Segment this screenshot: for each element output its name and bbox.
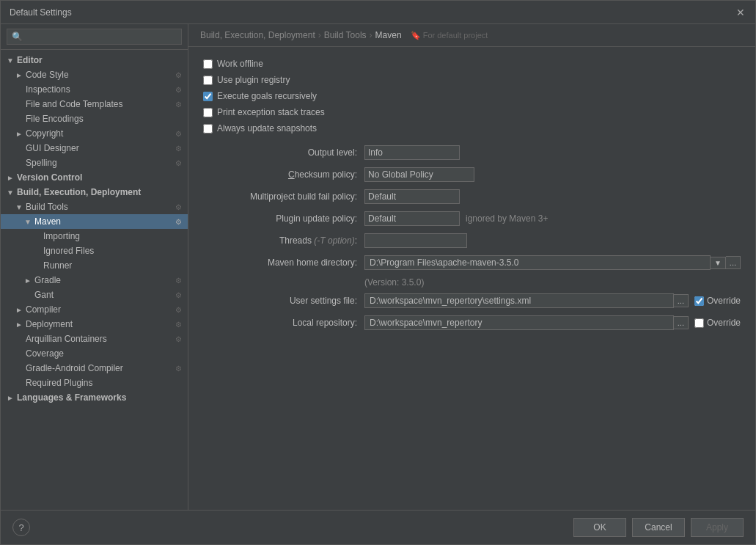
checkbox-input-work-offline[interactable] <box>203 59 213 69</box>
sidebar-item-maven[interactable]: ▼ Maven ⚙ <box>1 214 188 229</box>
user-settings-input[interactable] <box>364 293 674 308</box>
settings-icon: ⚙ <box>175 203 182 211</box>
settings-icon: ⚙ <box>175 100 182 109</box>
sidebar-item-label: File Encodings <box>26 114 84 124</box>
checksum-policy-label: Checksum policy: <box>203 169 364 180</box>
sidebar: ▼ Editor ► Code Style ⚙ Inspections ⚙ Fi… <box>1 24 188 510</box>
settings-icon: ⚙ <box>175 71 182 79</box>
output-level-row: Output level: Info Debug Warning Error <box>203 145 741 160</box>
sidebar-item-label: Coverage <box>26 348 64 359</box>
sidebar-item-file-code-templates[interactable]: File and Code Templates ⚙ <box>1 97 188 111</box>
close-button[interactable]: ✕ <box>735 7 746 18</box>
threads-input[interactable] <box>364 233 467 248</box>
checkbox-input-plugin-registry[interactable] <box>203 76 213 85</box>
sidebar-item-gui-designer[interactable]: GUI Designer ⚙ <box>1 141 188 156</box>
sidebar-item-copyright[interactable]: ► Copyright ⚙ <box>1 126 188 141</box>
checkbox-input-always-update[interactable] <box>203 124 213 133</box>
help-button[interactable]: ? <box>12 519 30 536</box>
checkbox-input-execute-goals[interactable] <box>203 92 213 101</box>
search-input[interactable] <box>7 29 182 45</box>
sidebar-item-spelling[interactable]: Spelling ⚙ <box>1 156 188 170</box>
sidebar-item-gant[interactable]: Gant ⚙ <box>1 288 188 302</box>
breadcrumb-sep1: › <box>318 30 321 40</box>
sidebar-item-file-encodings[interactable]: File Encodings <box>1 111 188 126</box>
sidebar-item-label: Gradle-Android Compiler <box>26 363 123 373</box>
sidebar-item-version-control[interactable]: ► Version Control <box>1 170 188 185</box>
arrow-icon: ► <box>15 321 26 329</box>
sidebar-item-label: Inspections <box>26 84 70 95</box>
sidebar-item-label: Gant <box>34 290 54 300</box>
plugin-update-row: Plugin update policy: Default Always Nev… <box>203 211 741 226</box>
checkbox-print-exception[interactable]: Print exception stack traces <box>203 107 741 117</box>
plugin-update-label: Plugin update policy: <box>203 213 364 224</box>
local-repo-browse-btn[interactable]: ... <box>674 316 689 329</box>
sidebar-item-coverage[interactable]: Coverage <box>1 346 188 361</box>
user-settings-override[interactable]: Override <box>694 296 741 306</box>
sidebar-item-label: Importing <box>43 231 80 241</box>
sidebar-item-gradle[interactable]: ► Gradle ⚙ <box>1 273 188 288</box>
sidebar-item-runner[interactable]: Runner <box>1 258 188 273</box>
maven-home-label: Maven home directory: <box>203 257 364 268</box>
arrow-icon: ▼ <box>7 189 17 197</box>
arrow-icon: ► <box>7 174 17 182</box>
maven-home-browse-btn[interactable]: ... <box>726 256 741 269</box>
multiproject-fail-row: Multiproject build fail policy: Default … <box>203 189 741 204</box>
ok-button[interactable]: OK <box>573 518 626 537</box>
output-level-label: Output level: <box>203 147 364 158</box>
sidebar-item-label: Deployment <box>26 319 73 329</box>
local-repo-input[interactable] <box>364 315 674 330</box>
maven-home-input[interactable] <box>364 255 711 270</box>
settings-icon: ⚙ <box>175 130 182 138</box>
local-repo-override[interactable]: Override <box>694 318 741 328</box>
sidebar-item-ignored-files[interactable]: Ignored Files <box>1 244 188 258</box>
checkbox-plugin-registry[interactable]: Use plugin registry <box>203 75 741 85</box>
checksum-policy-row: Checksum policy: No Global Policy Warn F… <box>203 167 741 182</box>
apply-button[interactable]: Apply <box>691 518 744 537</box>
settings-icon: ⚙ <box>175 291 182 299</box>
sidebar-item-arquillian[interactable]: Arquillian Containers ⚙ <box>1 332 188 346</box>
local-repo-override-checkbox[interactable] <box>694 318 704 328</box>
default-settings-dialog: Default Settings ✕ ▼ Editor ► Code Style… <box>0 0 756 545</box>
cancel-button[interactable]: Cancel <box>632 518 685 537</box>
output-level-select[interactable]: Info Debug Warning Error <box>364 145 460 160</box>
checkbox-label-plugin-registry: Use plugin registry <box>217 75 290 85</box>
sidebar-item-label: Maven <box>34 216 61 227</box>
arrow-icon: ► <box>15 71 26 79</box>
sidebar-item-label: File and Code Templates <box>26 99 123 109</box>
maven-home-dropdown-btn[interactable]: ▼ <box>711 257 726 269</box>
action-buttons: OK Cancel Apply <box>573 518 744 537</box>
sidebar-item-importing[interactable]: Importing <box>1 229 188 244</box>
settings-icon: ⚙ <box>175 277 182 285</box>
sidebar-item-label: Copyright <box>26 128 63 139</box>
arrow-icon: ► <box>24 277 34 285</box>
sidebar-item-label: Build, Execution, Deployment <box>17 187 141 197</box>
checkbox-label-always-update: Always update snapshots <box>217 123 317 133</box>
sidebar-item-build-tools[interactable]: ▼ Build Tools ⚙ <box>1 200 188 214</box>
sidebar-item-gradle-android[interactable]: Gradle-Android Compiler ⚙ <box>1 361 188 376</box>
sidebar-item-label: Arquillian Containers <box>26 334 107 344</box>
user-settings-override-checkbox[interactable] <box>694 296 704 306</box>
sidebar-item-editor[interactable]: ▼ Editor <box>1 53 188 67</box>
arrow-icon: ► <box>15 130 26 138</box>
multiproject-fail-select[interactable]: Default At End Never Always <box>364 189 460 204</box>
local-repo-row: Local repository: ... Override <box>203 315 741 330</box>
plugin-update-select[interactable]: Default Always Never <box>364 211 460 226</box>
checkbox-always-update[interactable]: Always update snapshots <box>203 123 741 133</box>
arrow-icon: ▼ <box>24 218 34 226</box>
sidebar-item-compiler[interactable]: ► Compiler ⚙ <box>1 302 188 317</box>
sidebar-item-deployment[interactable]: ► Deployment ⚙ <box>1 317 188 332</box>
settings-icon: ⚙ <box>175 159 182 167</box>
title-bar: Default Settings ✕ <box>1 1 755 24</box>
checkbox-execute-goals[interactable]: Execute goals recursively <box>203 91 741 101</box>
sidebar-item-inspections[interactable]: Inspections ⚙ <box>1 82 188 97</box>
sidebar-item-build-exec-deploy[interactable]: ▼ Build, Execution, Deployment <box>1 185 188 200</box>
sidebar-item-languages-frameworks[interactable]: ► Languages & Frameworks <box>1 390 188 405</box>
user-settings-browse-btn[interactable]: ... <box>674 294 689 307</box>
checkbox-work-offline[interactable]: Work offline <box>203 59 741 69</box>
checkbox-input-print-exception[interactable] <box>203 108 213 117</box>
checksum-policy-select[interactable]: No Global Policy Warn Fail <box>364 167 474 182</box>
sidebar-item-required-plugins[interactable]: Required Plugins <box>1 376 188 390</box>
main-panel: Build, Execution, Deployment › Build Too… <box>188 24 755 510</box>
sidebar-item-code-style[interactable]: ► Code Style ⚙ <box>1 67 188 82</box>
settings-icon: ⚙ <box>175 306 182 314</box>
